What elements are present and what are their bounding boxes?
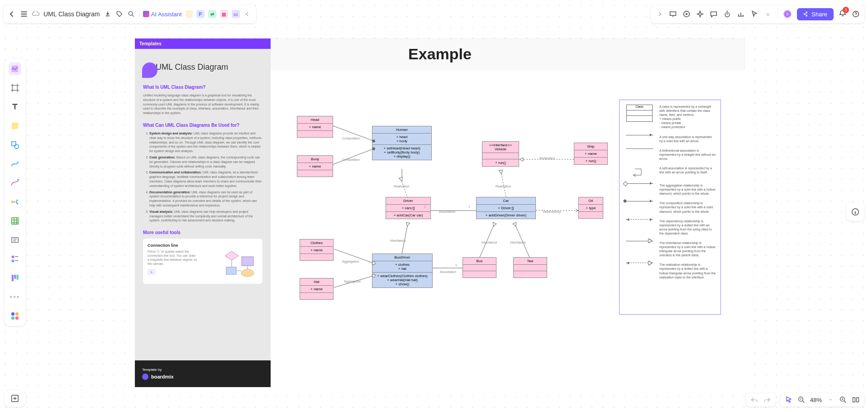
sticker-tool[interactable]	[9, 62, 21, 75]
info-button[interactable]	[846, 203, 864, 221]
svg-rect-22	[15, 316, 19, 320]
apps-tool[interactable]	[9, 310, 21, 322]
svg-rect-12	[12, 218, 18, 224]
notifications-button[interactable]: 3	[839, 10, 846, 19]
badge-chat-icon[interactable]: ▭	[232, 10, 240, 18]
list-tool[interactable]	[9, 253, 21, 265]
tool-diagram-icon	[223, 247, 259, 278]
legend-text: The composition relationship is represen…	[659, 201, 716, 213]
zoom-in-icon[interactable]	[839, 396, 847, 404]
templates-label: Templates	[135, 38, 271, 49]
class-ship[interactable]: Ship + name + run()	[574, 143, 608, 165]
ai-badge-icon[interactable]	[186, 10, 193, 18]
cursor-icon[interactable]	[750, 10, 758, 18]
svg-rect-44	[853, 398, 855, 402]
class-taxi[interactable]: Taxi	[513, 257, 547, 278]
search-icon[interactable]	[127, 10, 135, 18]
label-aggregation: Aggregation	[342, 260, 359, 263]
doc-title[interactable]: UML Class Diagram	[43, 10, 100, 18]
label-inheritance: Inheritance	[390, 239, 406, 242]
template-by-label: Template by	[142, 368, 263, 372]
play-icon[interactable]	[682, 10, 691, 18]
topbar-left: UML Class Diagram AI Assistant P ⇄ ▦ ▭	[4, 5, 256, 23]
expand-right-icon[interactable]	[655, 10, 663, 18]
chevron-down-icon[interactable]	[826, 396, 835, 404]
ai-label: AI Assistant	[151, 11, 182, 18]
redo-icon[interactable]	[763, 396, 771, 404]
boardmix-logo-icon	[142, 374, 148, 380]
list-item: System design and analysis: UML class di…	[149, 131, 262, 153]
zoom-level[interactable]: 48%	[810, 397, 822, 403]
share-button[interactable]: Share	[797, 8, 834, 20]
class-head[interactable]: Head + name	[297, 116, 333, 138]
class-hat[interactable]: Hat + name	[300, 278, 334, 300]
list-item: Visual analysis: UML class diagrams can …	[149, 210, 262, 223]
legend-text: A bidirectional association is represent…	[659, 149, 716, 161]
svg-rect-14	[12, 256, 14, 258]
chart-icon[interactable]	[737, 10, 745, 18]
panel-p1: Unified modeling language class diagram …	[143, 93, 262, 115]
svg-point-11	[17, 203, 19, 205]
badge-flow-icon[interactable]: ⇄	[208, 10, 216, 18]
spark-icon[interactable]	[696, 10, 704, 18]
text-tool[interactable]	[9, 101, 21, 113]
legend: Class A class is represented by a rectan…	[619, 100, 721, 315]
ai-assistant-button[interactable]: AI Assistant	[143, 11, 182, 18]
more-tools[interactable]: •••	[9, 291, 21, 303]
class-car[interactable]: Car + Driver:[] + addDriver(Driver drive…	[476, 197, 536, 219]
tag-icon[interactable]	[115, 10, 124, 18]
connector-tool[interactable]	[9, 158, 21, 170]
timer-icon[interactable]	[723, 10, 731, 18]
badge-p[interactable]: P	[196, 10, 205, 18]
svg-point-8	[17, 179, 19, 181]
download-icon[interactable]	[104, 10, 112, 18]
panel-q2: What Can UML Class Diagrams Be Used for?	[143, 123, 262, 128]
legend-text: A self-association is represented by a l…	[659, 166, 716, 174]
help-icon[interactable]	[852, 10, 860, 18]
class-clothes[interactable]: Clothes + name	[300, 239, 334, 261]
back-icon[interactable]	[8, 10, 16, 18]
class-body[interactable]: Body + name	[297, 155, 333, 177]
kanban-tool[interactable]	[9, 272, 21, 284]
svg-point-25	[241, 269, 254, 277]
share-label: Share	[811, 11, 827, 18]
class-human[interactable]: Human + head + body + setHead(Head head)…	[372, 126, 432, 160]
label-realization: Realization	[496, 185, 511, 188]
textbox-tool[interactable]	[9, 234, 21, 246]
legend-text: A one-way association is represented by …	[659, 135, 716, 143]
label-realization: Realization	[394, 185, 410, 188]
notification-count: 3	[843, 7, 849, 13]
class-busdriver[interactable]: BusDriver + clothes + hat + wearClothes(…	[372, 254, 433, 288]
chevron-down-icon[interactable]	[764, 10, 772, 18]
present-icon[interactable]	[669, 10, 677, 18]
menu-icon[interactable]	[20, 10, 28, 18]
user-avatar[interactable]: b	[783, 10, 792, 18]
frame-tool[interactable]	[9, 81, 21, 94]
shape-tool[interactable]	[9, 139, 21, 151]
class-oil[interactable]: Oil + type	[578, 197, 603, 219]
pointer-mode-icon[interactable]	[785, 396, 793, 404]
chat-icon[interactable]	[710, 10, 718, 18]
class-vehicle[interactable]: <<Interface>> Vehicle + run()	[482, 141, 519, 167]
add-page-button[interactable]	[5, 390, 25, 407]
undo-icon[interactable]	[750, 396, 758, 404]
list-item: Documentation generation: UML class diag…	[149, 190, 262, 208]
fit-icon[interactable]	[852, 396, 860, 404]
svg-rect-45	[857, 398, 859, 402]
list-item: Communication and collaboration: UML cla…	[149, 170, 262, 188]
label-association: Association	[440, 270, 456, 273]
note-tool[interactable]	[9, 120, 21, 132]
badge-grid-icon[interactable]: ▦	[220, 10, 228, 18]
collapse-left-icon[interactable]	[243, 10, 252, 18]
pen-tool[interactable]	[9, 177, 21, 189]
svg-rect-21	[11, 316, 14, 320]
legend-class-label: Class	[627, 105, 652, 110]
svg-rect-19	[11, 312, 14, 316]
svg-rect-17	[14, 275, 16, 279]
cloud-icon[interactable]	[32, 10, 40, 18]
label-one: 1	[424, 205, 426, 208]
mindmap-tool[interactable]	[9, 196, 21, 208]
zoom-out-icon[interactable]	[797, 396, 806, 404]
class-bus[interactable]: Bus	[463, 257, 496, 278]
table-tool[interactable]	[9, 215, 21, 227]
